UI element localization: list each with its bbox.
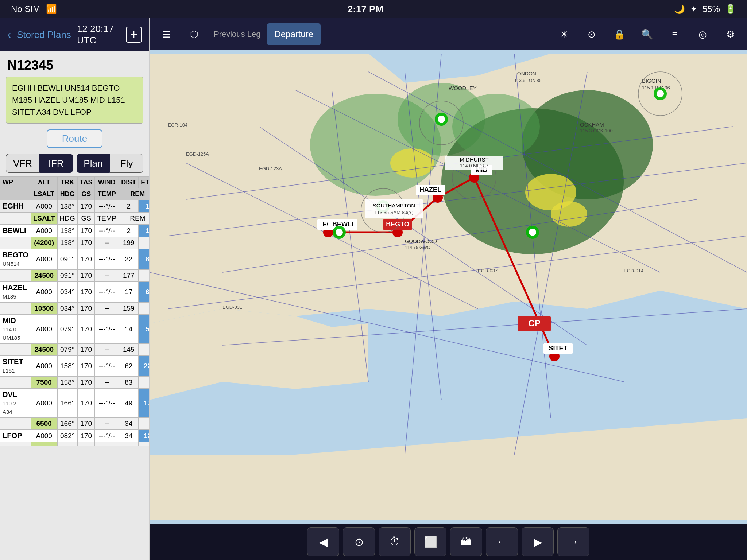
svg-point-8 bbox=[551, 201, 587, 227]
utc-label: 12 20:17 UTC bbox=[77, 23, 120, 46]
main-layout: ‹ Stored Plans 12 20:17 UTC + N12345 EGH… bbox=[0, 18, 747, 560]
svg-text:GOODWOOD: GOODWOOD bbox=[405, 238, 437, 244]
hamburger-button[interactable]: ☰ bbox=[153, 22, 179, 46]
col-trk: TRK bbox=[57, 177, 77, 188]
gps-button[interactable]: ◀ bbox=[307, 527, 339, 556]
battery-icon: 🔋 bbox=[725, 4, 736, 14]
col-gs: GS bbox=[77, 188, 95, 200]
svg-text:EGD-125A: EGD-125A bbox=[186, 151, 209, 157]
search-button[interactable]: 🔍 bbox=[634, 22, 660, 46]
svg-text:114.75 GWC: 114.75 GWC bbox=[405, 245, 430, 250]
svg-point-5 bbox=[452, 94, 540, 159]
vfr-button[interactable]: VFR bbox=[6, 154, 39, 173]
wp-mid[interactable]: MID114.0UM185 bbox=[0, 315, 31, 344]
col-wp: WP bbox=[0, 177, 31, 188]
wifi-icon: 📶 bbox=[46, 4, 57, 14]
col-hdg: HDG bbox=[57, 188, 77, 200]
svg-text:EGD-123A: EGD-123A bbox=[259, 166, 282, 171]
wp-eghh: EGHH bbox=[0, 200, 31, 213]
flight-table-body: EGHH A000 138° 170 ---°/-- 2 1 LSALT HDG… bbox=[0, 200, 150, 446]
left-header: ‹ Stored Plans 12 20:17 UTC + bbox=[0, 18, 149, 51]
col-etd: ETD bbox=[139, 177, 149, 188]
next-map-button[interactable]: → bbox=[557, 527, 589, 556]
wp-dvl[interactable]: DVL110.2A34 bbox=[0, 389, 31, 418]
svg-text:SOUTHAMPTON: SOUTHAMPTON bbox=[373, 202, 415, 209]
col-lsalt: LSALT bbox=[31, 188, 57, 200]
battery-label: 55% bbox=[703, 4, 720, 14]
wp-bewli[interactable]: BEWLI bbox=[0, 225, 31, 237]
wp-sitet[interactable]: SITETL151 bbox=[0, 356, 31, 377]
col-wp2 bbox=[0, 188, 31, 200]
clock: 2:17 PM bbox=[348, 4, 383, 15]
svg-text:114.0 MID 87: 114.0 MID 87 bbox=[460, 163, 488, 168]
compass-button[interactable]: ⊙ bbox=[343, 527, 375, 556]
settings-map-button[interactable]: ⚙ bbox=[717, 22, 743, 46]
mode-buttons: VFR IFR Plan Fly bbox=[0, 152, 149, 176]
wp-begto[interactable]: BEGTOUN514 bbox=[0, 249, 31, 270]
aircraft-id: N12345 bbox=[0, 51, 149, 77]
plan-button[interactable]: Plan bbox=[77, 154, 110, 173]
col-temp: TEMP bbox=[95, 188, 119, 200]
svg-point-6 bbox=[390, 148, 434, 178]
svg-text:HAZEL: HAZEL bbox=[419, 186, 441, 193]
route-icon-button[interactable]: ⬡ bbox=[181, 22, 207, 46]
signal-label: No SIM bbox=[11, 4, 40, 14]
left-panel: ‹ Stored Plans 12 20:17 UTC + N12345 EGH… bbox=[0, 18, 150, 560]
bluetooth-icon: ✦ bbox=[690, 4, 697, 14]
svg-text:LONDON: LONDON bbox=[514, 71, 536, 77]
svg-point-45 bbox=[438, 116, 445, 123]
help-button[interactable]: ⊙ bbox=[578, 22, 605, 46]
flight-table-container[interactable]: WP ALT TRK TAS WIND DIST ETD LSALT HDG G… bbox=[0, 176, 149, 560]
map-bottom-toolbar: ◀ ⊙ ⏱ ⬜ 🏔 ← ▶ → bbox=[150, 524, 747, 560]
ifr-button[interactable]: IFR bbox=[39, 154, 73, 173]
col-alt: ALT bbox=[31, 177, 57, 188]
route-btn-area: Route bbox=[0, 127, 149, 152]
timer-button[interactable]: ⏱ bbox=[379, 527, 411, 556]
departure-button[interactable]: Departure bbox=[267, 23, 321, 45]
svg-text:SITET: SITET bbox=[549, 345, 567, 352]
svg-point-43 bbox=[336, 229, 343, 236]
svg-text:OCKHAM: OCKHAM bbox=[580, 121, 604, 128]
map-area[interactable]: EGHH BEWLI BEGTO HAZEL MID SITET bbox=[150, 50, 747, 524]
chart-button[interactable]: ⬜ bbox=[414, 527, 446, 556]
svg-text:115.3 OCK 100: 115.3 OCK 100 bbox=[580, 128, 613, 133]
svg-text:EGD-031: EGD-031 bbox=[222, 304, 242, 310]
svg-text:BIGGIN: BIGGIN bbox=[642, 78, 661, 84]
map-svg: EGHH BEWLI BEGTO HAZEL MID SITET bbox=[150, 50, 747, 524]
prev-map-button[interactable]: ← bbox=[486, 527, 518, 556]
svg-text:EGR-104: EGR-104 bbox=[168, 122, 187, 128]
route-text: EGHH BEWLI UN514 BEGTO M185 HAZEL UM185 … bbox=[6, 77, 143, 124]
col-rem: REM bbox=[119, 188, 149, 200]
svg-text:CP: CP bbox=[528, 318, 540, 328]
top-toolbar: ☰ ⬡ Previous Leg Departure ☀ ⊙ 🔒 🔍 ≡ ◎ ⚙ bbox=[150, 18, 747, 50]
svg-text:MIDHURST: MIDHURST bbox=[460, 156, 488, 163]
route-button[interactable]: Route bbox=[47, 129, 102, 148]
col-tas: TAS bbox=[77, 177, 95, 188]
layers-button[interactable]: ≡ bbox=[662, 22, 688, 46]
radar-button[interactable]: ◎ bbox=[689, 22, 716, 46]
add-plan-button[interactable]: + bbox=[126, 27, 142, 43]
play-button[interactable]: ▶ bbox=[522, 527, 554, 556]
stored-plans-label[interactable]: Stored Plans bbox=[17, 29, 71, 40]
svg-text:115.1 BIG 96: 115.1 BIG 96 bbox=[642, 85, 670, 90]
svg-text:113.6 LON 85: 113.6 LON 85 bbox=[514, 78, 542, 83]
fly-button[interactable]: Fly bbox=[110, 154, 143, 173]
svg-text:EGD-037: EGD-037 bbox=[478, 268, 498, 273]
status-bar: No SIM 📶 2:17 PM 🌙 ✦ 55% 🔋 bbox=[0, 0, 747, 18]
col-dist: DIST bbox=[119, 177, 139, 188]
svg-text:BEWLI: BEWLI bbox=[332, 221, 353, 228]
moon-icon: 🌙 bbox=[674, 4, 685, 14]
svg-text:EGD-014: EGD-014 bbox=[624, 268, 643, 273]
wp-lfop[interactable]: LFOP bbox=[0, 430, 31, 442]
svg-text:WOODLEY: WOODLEY bbox=[449, 85, 477, 91]
back-button[interactable]: ‹ bbox=[7, 28, 11, 41]
flight-table: WP ALT TRK TAS WIND DIST ETD LSALT HDG G… bbox=[0, 176, 149, 446]
wp-hazel[interactable]: HAZELM185 bbox=[0, 282, 31, 303]
status-right: 🌙 ✦ 55% 🔋 bbox=[674, 4, 736, 14]
terrain-button[interactable]: 🏔 bbox=[450, 527, 482, 556]
brightness-button[interactable]: ☀ bbox=[551, 22, 577, 46]
prev-leg-button[interactable]: Previous Leg bbox=[209, 22, 266, 46]
svg-point-51 bbox=[657, 90, 664, 97]
svg-point-49 bbox=[529, 229, 536, 236]
lock-button[interactable]: 🔒 bbox=[606, 22, 632, 46]
